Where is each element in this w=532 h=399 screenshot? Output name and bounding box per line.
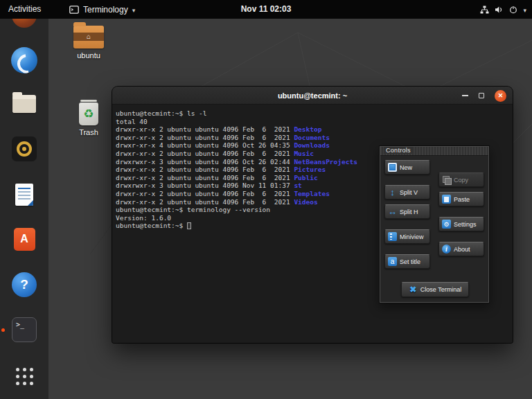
ubuntu-software-icon: A — [14, 228, 35, 251]
controls-left-column: NewSplit VSplit HMiniviewSet title — [384, 160, 430, 279]
minimize-button[interactable] — [462, 95, 468, 96]
copy-button[interactable]: Copy — [438, 172, 484, 187]
button-label: Set title — [400, 258, 420, 265]
dock: A ? >_ — [0, 19, 48, 399]
help-icon: ? — [12, 272, 37, 297]
button-label: About — [454, 246, 470, 253]
volume-icon — [495, 6, 504, 14]
thunderbird-icon — [11, 47, 37, 73]
chevron-down-icon — [523, 5, 526, 15]
network-icon — [480, 6, 489, 14]
grid-dots-icon — [16, 368, 19, 371]
about-button[interactable]: About — [438, 242, 484, 256]
close-terminal-button[interactable]: Close Terminal — [401, 282, 469, 297]
miniview-icon — [388, 232, 397, 241]
app-menu[interactable]: Terminology — [69, 0, 135, 19]
terminal-line: drwxr-xr-x 2 ubuntu ubuntu 4096 Feb 6 20… — [116, 125, 513, 134]
dock-item-files[interactable] — [10, 90, 38, 118]
split-v-icon — [388, 188, 397, 197]
chevron-down-icon — [132, 5, 136, 15]
button-label: Close Terminal — [420, 286, 461, 293]
split-v-button[interactable]: Split V — [384, 185, 430, 200]
home-glyph: ⌂ — [73, 33, 104, 41]
clock[interactable]: Nov 11 02:03 — [241, 0, 292, 19]
window-title: ubuntu@tecmint: ~ — [278, 91, 347, 100]
paste-button[interactable]: Paste — [438, 192, 484, 206]
settings-icon — [442, 220, 451, 229]
button-label: Settings — [454, 221, 477, 228]
terminology-app-icon — [69, 6, 79, 14]
home-folder-label: ubuntu — [69, 51, 108, 60]
button-label: Copy — [454, 177, 468, 184]
settings-button[interactable]: Settings — [438, 217, 484, 231]
top-bar: Activities Terminology Nov 11 02:03 — [0, 0, 532, 19]
trash-icon: ♻ — [79, 103, 98, 125]
desktop: Activities Terminology Nov 11 02:03 — [0, 0, 532, 399]
desktop-icon-home-folder[interactable]: ⌂ ubuntu — [69, 26, 108, 60]
desktop-icon-trash[interactable]: ♻ Trash — [69, 103, 108, 136]
files-folder-icon — [12, 95, 36, 113]
copy-icon — [442, 175, 451, 184]
dock-item-thunderbird[interactable] — [10, 46, 38, 74]
terminal-line: total 40 — [116, 118, 513, 126]
controls-right-column: CopyPasteSettingsAbout — [438, 172, 484, 267]
power-icon — [509, 6, 517, 14]
button-label: Split H — [400, 209, 418, 215]
miniview-button[interactable]: Miniview — [384, 229, 430, 244]
controls-title: Controls — [384, 147, 413, 154]
split-h-icon — [388, 207, 397, 216]
close-button[interactable]: ✕ — [495, 90, 506, 102]
window-titlebar[interactable]: ubuntu@tecmint: ~ ✕ — [112, 87, 513, 105]
terminal-line: drwxr-xr-x 2 ubuntu ubuntu 4096 Feb 6 20… — [116, 134, 513, 142]
controls-panel: Controls NewSplit VSplit HMiniviewSet ti… — [379, 145, 490, 303]
set-title-icon — [388, 257, 397, 266]
home-folder-icon: ⌂ — [73, 26, 104, 48]
set-title-button[interactable]: Set title — [384, 254, 430, 269]
button-label: Paste — [454, 196, 470, 203]
button-label: Miniview — [400, 233, 424, 240]
window-controls: ✕ — [462, 87, 506, 105]
dock-item-libreoffice-writer[interactable] — [10, 181, 38, 209]
trash-label: Trash — [69, 128, 108, 136]
app-menu-label: Terminology — [83, 5, 128, 15]
maximize-button[interactable] — [479, 93, 484, 98]
about-icon — [442, 245, 451, 254]
button-label: Split V — [400, 189, 418, 196]
paste-icon — [442, 195, 451, 204]
dock-item-rhythmbox[interactable] — [10, 135, 38, 163]
libreoffice-writer-icon — [15, 184, 33, 206]
new-icon — [388, 163, 397, 172]
show-applications-button[interactable] — [16, 368, 33, 385]
new-button[interactable]: New — [384, 160, 430, 175]
close-terminal-icon — [409, 285, 418, 294]
dock-item-ubuntu-software[interactable]: A — [10, 225, 38, 253]
dock-item-help[interactable]: ? — [10, 271, 38, 299]
button-label: New — [400, 164, 412, 171]
terminal-icon: >_ — [12, 317, 37, 342]
activities-button[interactable]: Activities — [8, 0, 41, 19]
rhythmbox-icon — [12, 136, 37, 161]
running-indicator-dot — [1, 328, 5, 332]
terminal-line: ubuntu@tecmint:~$ ls -l — [116, 109, 513, 118]
dock-item-terminal[interactable]: >_ — [10, 316, 38, 344]
split-h-button[interactable]: Split H — [384, 204, 430, 219]
terminal-cursor — [187, 222, 191, 229]
system-status-area[interactable] — [480, 0, 526, 19]
